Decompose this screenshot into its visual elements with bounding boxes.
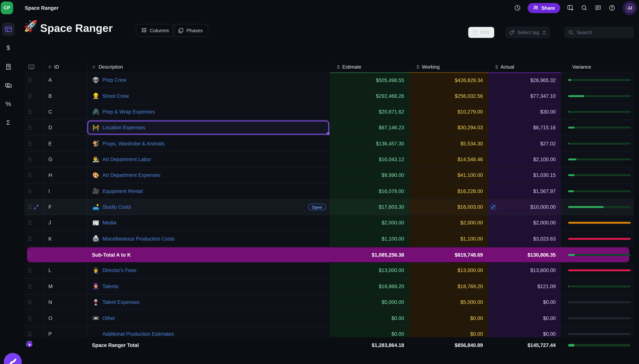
row-description-link[interactable]: Location Expenses xyxy=(102,125,145,130)
description-cell[interactable]: 👷 Shoot Crew xyxy=(87,88,330,104)
working-cell[interactable]: $18,769.20 xyxy=(409,278,488,294)
working-cell[interactable]: $256,032.56 xyxy=(409,88,488,104)
table-row[interactable]: M 🧕 Talents $18,869.20 $18,769.20 $121.0… xyxy=(24,278,634,294)
user-avatar[interactable]: JJ xyxy=(624,2,635,13)
table-row[interactable]: P Additional Production Estimates $0.00 … xyxy=(24,326,634,338)
row-description-link[interactable]: Director's Fees xyxy=(102,268,136,273)
estimate-cell[interactable]: $505,498.55 xyxy=(330,72,409,88)
drag-handle-icon[interactable] xyxy=(28,316,32,320)
actual-cell[interactable]: $13,600.00 xyxy=(488,263,561,278)
working-cell[interactable]: $1,100.00 xyxy=(409,231,488,246)
drag-handle-icon[interactable] xyxy=(28,157,32,162)
actual-cell[interactable]: $130,806.35 xyxy=(488,247,561,263)
drag-handle-icon[interactable] xyxy=(28,78,32,82)
column-header-actual[interactable]: $ Actual xyxy=(488,61,561,72)
description-cell[interactable]: 🖨️ Miscellaneous Production Costs xyxy=(87,231,330,246)
estimate-cell[interactable]: $16,043.12 xyxy=(330,152,409,167)
drag-handle-icon[interactable] xyxy=(28,110,32,114)
columns-button[interactable]: Columns xyxy=(136,24,175,37)
actual-cell[interactable]: $2,100.00 xyxy=(488,152,561,167)
table-row[interactable]: Sub-Total A to K $1,085,256.38 $819,748.… xyxy=(24,247,634,263)
drag-handle-icon[interactable] xyxy=(28,141,32,146)
estimate-cell[interactable]: $1,085,256.38 xyxy=(330,247,409,263)
drag-handle-icon[interactable] xyxy=(28,173,32,178)
row-description-link[interactable]: Talents xyxy=(102,284,119,289)
table-row[interactable]: H 🎨 Art Department Expenses $9,990.00 $4… xyxy=(24,168,634,184)
row-description-link[interactable]: Equipment Rental xyxy=(102,188,143,194)
table-row[interactable]: L 👨‍✈️ Director's Fees $13,000.00 $13,00… xyxy=(24,263,634,279)
workspace-badge[interactable]: CP xyxy=(1,2,13,14)
description-cell[interactable]: 📼 Other xyxy=(87,310,330,326)
estimate-cell[interactable]: $1,100.00 xyxy=(330,231,409,246)
row-description-link[interactable]: Studio Costs xyxy=(102,204,131,210)
sidebar-item-percentages[interactable]: % xyxy=(0,97,17,112)
description-cell[interactable]: 🖇️ Prep & Wrap Expenses xyxy=(87,104,330,120)
row-description-link[interactable]: Media xyxy=(102,220,116,226)
working-cell[interactable]: $5,534.30 xyxy=(409,136,488,151)
estimate-cell[interactable]: $20,871.62 xyxy=(330,104,409,120)
table-row[interactable]: O 📼 Other $0.00 $0.00 $0.00 xyxy=(24,310,634,326)
description-cell[interactable]: 🎨 Art Department Expenses xyxy=(87,168,330,183)
description-cell[interactable]: Sub-Total A to K xyxy=(87,247,330,263)
working-cell[interactable]: $0.00 xyxy=(409,326,488,338)
search-icon[interactable] xyxy=(580,4,588,12)
sidebar-item-receipts[interactable] xyxy=(0,59,17,74)
table-row[interactable]: F 🛋️ Studio Costs Open $17,603.30 $16,00… xyxy=(24,199,634,215)
phases-button[interactable]: Phases xyxy=(173,24,208,37)
actual-cell[interactable]: $6,715.16 xyxy=(488,120,561,136)
search-box[interactable] xyxy=(564,26,634,38)
search-input[interactable] xyxy=(577,30,625,35)
working-cell[interactable]: $41,100.00 xyxy=(409,168,488,183)
share-button[interactable]: Share xyxy=(528,3,560,13)
column-header-estimate[interactable]: $ Estimate xyxy=(330,61,409,72)
estimate-cell[interactable]: $67,146.23 xyxy=(330,120,409,136)
panel-export-icon[interactable] xyxy=(567,4,574,12)
estimate-cell[interactable]: $13,000.00 xyxy=(330,263,409,278)
description-cell[interactable]: 👽 Prep Crew xyxy=(87,72,330,88)
actual-cell[interactable]: $3,023.63 xyxy=(488,231,561,246)
working-cell[interactable]: $10,279.00 xyxy=(409,104,488,120)
row-description-link[interactable]: Sub-Total A to K xyxy=(92,252,131,258)
column-header-id[interactable]: # ID xyxy=(44,61,87,72)
sidebar-item-budget-table[interactable] xyxy=(0,22,17,37)
table-row[interactable]: A 👽 Prep Crew $505,498.55 $426,629.34 $2… xyxy=(24,72,634,88)
drag-handle-icon[interactable] xyxy=(28,300,32,304)
drag-handle-icon[interactable] xyxy=(28,284,32,289)
table-row[interactable]: G 👨‍🎨 Art Department Labor $16,043.12 $1… xyxy=(24,152,634,168)
actual-cell[interactable]: $27.02 xyxy=(488,136,561,151)
table-row[interactable]: C 🖇️ Prep & Wrap Expenses $20,871.62 $10… xyxy=(24,104,634,120)
estimate-cell[interactable]: $136,457.30 xyxy=(330,136,409,151)
column-header-working[interactable]: $ Working xyxy=(409,61,488,72)
actual-cell[interactable]: $2,000.00 xyxy=(488,215,561,230)
actual-cell[interactable]: $30.00 xyxy=(488,104,561,120)
description-cell[interactable]: 🍷 Talent Expenses xyxy=(87,294,330,310)
select-tag-dropdown[interactable]: Select tag xyxy=(505,26,550,38)
estimate-cell[interactable]: $2,000.00 xyxy=(330,215,409,230)
sidebar-item-rates[interactable]: $ xyxy=(0,40,17,56)
open-badge[interactable]: Open xyxy=(308,204,326,210)
actual-cell[interactable]: $0.00 xyxy=(488,326,561,338)
description-cell[interactable]: 🛋️ Studio Costs Open xyxy=(87,199,330,215)
table-row[interactable]: D 🚧 Location Expenses $67,146.23 $30,294… xyxy=(24,120,634,136)
drag-handle-icon[interactable] xyxy=(28,252,32,257)
add-row-button[interactable]: + xyxy=(26,340,33,348)
row-description-link[interactable]: Props, Wardrobe & Animals xyxy=(102,141,164,146)
description-cell[interactable]: 👨‍🎨 Art Department Labor xyxy=(87,152,330,167)
drag-handle-icon[interactable] xyxy=(28,204,32,210)
drag-handle-icon[interactable] xyxy=(28,236,32,241)
actual-cell[interactable]: $1,030.15 xyxy=(488,168,561,183)
row-description-link[interactable]: Talent Expenses xyxy=(102,299,140,305)
open-detail-icon[interactable] xyxy=(490,204,496,210)
description-cell[interactable]: 🧕 Talents xyxy=(87,278,330,294)
table-row[interactable]: N 🍷 Talent Expenses $5,000.00 $5,000.00 … xyxy=(24,294,634,310)
working-cell[interactable]: $16,228.00 xyxy=(409,184,488,199)
drag-handle-icon[interactable] xyxy=(28,125,32,130)
history-clock-icon[interactable] xyxy=(514,4,521,12)
table-row[interactable]: I 🎥 Equipment Rental $16,078.00 $16,228.… xyxy=(24,184,634,199)
table-row[interactable]: K 🖨️ Miscellaneous Production Costs $1,1… xyxy=(24,231,634,247)
row-description-link[interactable]: Shoot Crew xyxy=(102,93,129,99)
actual-cell[interactable]: $1,567.97 xyxy=(488,184,561,199)
table-row[interactable]: J 📰 Media $2,000.00 $2,000.00 $2,000.00 xyxy=(24,215,634,231)
working-cell[interactable]: $5,000.00 xyxy=(409,294,488,310)
working-cell[interactable]: $2,000.00 xyxy=(409,215,488,230)
